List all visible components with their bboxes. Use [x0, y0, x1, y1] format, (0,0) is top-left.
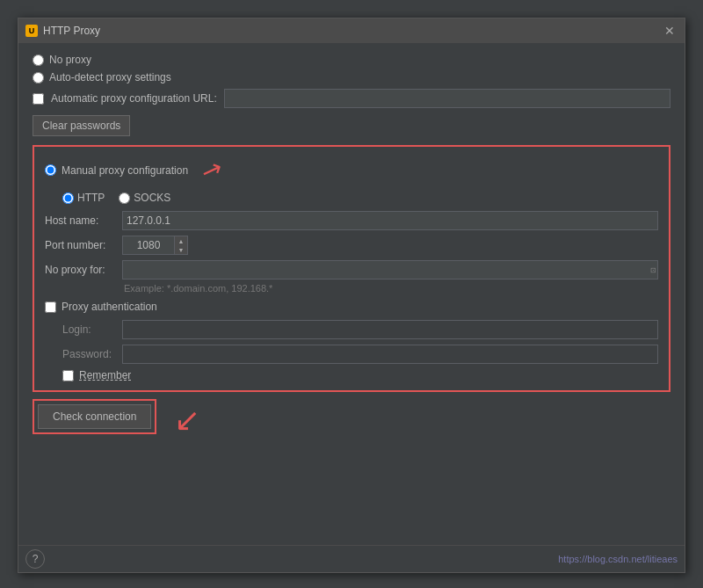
- host-input[interactable]: [122, 211, 658, 230]
- password-label: Password:: [62, 348, 115, 360]
- noproxy-row: No proxy for: ⊡: [45, 260, 658, 279]
- host-row: Host name:: [45, 211, 658, 230]
- app-icon: U: [25, 25, 38, 37]
- footer-url: https://blog.csdn.net/litieaes: [558, 554, 678, 564]
- http-label[interactable]: HTTP: [77, 192, 105, 204]
- socks-option: SOCKS: [119, 192, 170, 204]
- socks-radio[interactable]: [119, 192, 130, 204]
- manual-proxy-radio[interactable]: [45, 164, 56, 176]
- dialog-content: No proxy Auto-detect proxy settings Auto…: [18, 43, 685, 457]
- no-proxy-label[interactable]: No proxy: [49, 54, 91, 66]
- noproxy-input[interactable]: [122, 260, 658, 279]
- check-connection-area: Check connection ↙: [33, 399, 670, 441]
- socks-label[interactable]: SOCKS: [134, 192, 170, 204]
- http-proxy-dialog: U HTTP Proxy ✕ No proxy Auto-detect prox…: [18, 18, 685, 573]
- remember-checkbox[interactable]: [62, 370, 74, 381]
- clear-passwords-row: Clear passwords: [33, 115, 670, 136]
- auto-url-label[interactable]: Automatic proxy configuration URL:: [51, 92, 217, 105]
- annotation-arrow-1: ↗: [198, 153, 227, 187]
- auto-detect-label[interactable]: Auto-detect proxy settings: [49, 71, 171, 83]
- login-input[interactable]: [122, 320, 658, 339]
- bottom-bar: ? https://blog.csdn.net/litieaes: [18, 545, 685, 572]
- remember-label[interactable]: Remember: [79, 369, 131, 381]
- port-increment-button[interactable]: ▲: [175, 236, 187, 245]
- http-radio[interactable]: [62, 192, 74, 204]
- manual-config-box: Manual proxy configuration ↗ HTTP SOCKS …: [33, 145, 670, 392]
- proxy-auth-checkbox[interactable]: [45, 301, 56, 313]
- proxy-auth-row: Proxy authentication: [45, 301, 658, 313]
- port-decrement-button[interactable]: ▼: [175, 245, 187, 254]
- auto-detect-row: Auto-detect proxy settings: [33, 71, 670, 83]
- login-row: Login:: [62, 320, 658, 339]
- no-proxy-row: No proxy: [33, 54, 670, 66]
- annotation-arrow-2: ↙: [174, 402, 200, 439]
- auto-detect-radio[interactable]: [33, 72, 44, 83]
- close-button[interactable]: ✕: [662, 23, 678, 39]
- no-proxy-radio[interactable]: [33, 54, 44, 66]
- auto-url-row: Automatic proxy configuration URL:: [33, 89, 670, 108]
- title-bar-left: U HTTP Proxy: [25, 25, 100, 37]
- noproxy-input-wrap: ⊡: [122, 260, 658, 279]
- dialog-title: HTTP Proxy: [43, 25, 100, 37]
- noproxy-label: No proxy for:: [45, 264, 115, 276]
- title-bar: U HTTP Proxy ✕: [18, 18, 685, 43]
- manual-proxy-label[interactable]: Manual proxy configuration: [62, 164, 188, 177]
- remember-row: Remember: [62, 369, 658, 381]
- port-label: Port number:: [45, 239, 115, 251]
- auto-url-input[interactable]: [224, 89, 670, 108]
- clear-passwords-button[interactable]: Clear passwords: [33, 115, 130, 136]
- manual-config-header: Manual proxy configuration ↗: [45, 156, 658, 185]
- proxy-auth-label[interactable]: Proxy authentication: [62, 301, 157, 313]
- host-label: Host name:: [45, 214, 115, 227]
- port-input[interactable]: [122, 236, 175, 255]
- check-connection-button[interactable]: Check connection: [38, 404, 151, 429]
- login-label: Login:: [62, 323, 115, 336]
- port-spinner: ▲ ▼: [175, 236, 188, 255]
- password-input[interactable]: [122, 345, 658, 364]
- auto-url-checkbox[interactable]: [33, 93, 44, 105]
- port-row: Port number: ▲ ▼: [45, 236, 658, 255]
- http-option: HTTP: [62, 192, 105, 204]
- expand-icon: ⊡: [650, 266, 656, 274]
- protocol-row: HTTP SOCKS: [62, 192, 658, 204]
- help-button[interactable]: ?: [25, 549, 45, 569]
- example-text: Example: *.domain.com, 192.168.*: [124, 283, 658, 294]
- check-connection-box: Check connection: [33, 399, 156, 434]
- password-row: Password:: [62, 345, 658, 364]
- port-input-wrap: ▲ ▼: [122, 236, 188, 255]
